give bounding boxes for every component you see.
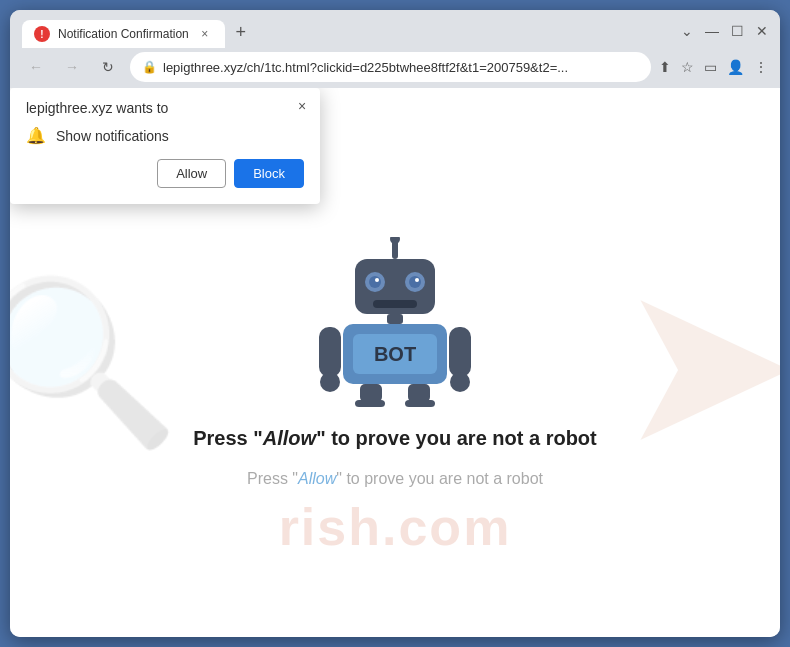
bell-icon: 🔔 — [26, 126, 46, 145]
page-center: BOT Press "Allow" to prove yo — [193, 237, 597, 488]
forward-button[interactable]: → — [58, 53, 86, 81]
share-icon[interactable]: ⬆ — [659, 59, 671, 75]
lock-icon: 🔒 — [142, 60, 157, 74]
svg-rect-21 — [405, 400, 435, 407]
maximize-button[interactable]: ☐ — [731, 23, 744, 39]
watermark-arrow-icon: ➤ — [616, 235, 780, 491]
svg-rect-14 — [319, 327, 341, 377]
chevron-icon: ⌄ — [681, 23, 693, 39]
active-tab[interactable]: ! Notification Confirmation × — [22, 20, 225, 48]
address-input[interactable]: 🔒 lepigthree.xyz/ch/1tc.html?clickid=d22… — [130, 52, 651, 82]
svg-rect-16 — [449, 327, 471, 377]
window-controls: ⌄ — ☐ ✕ — [681, 23, 768, 39]
tab-title: Notification Confirmation — [58, 27, 189, 41]
url-text: lepigthree.xyz/ch/1tc.html?clickid=d225b… — [163, 60, 639, 75]
sidebar-icon[interactable]: ▭ — [704, 59, 717, 75]
browser-window: ! Notification Confirmation × + ⌄ — ☐ ✕ … — [10, 10, 780, 637]
new-tab-button[interactable]: + — [227, 18, 255, 46]
minimize-button[interactable]: — — [705, 23, 719, 39]
robot-image: BOT — [315, 237, 475, 407]
back-button[interactable]: ← — [22, 53, 50, 81]
profile-icon[interactable]: 👤 — [727, 59, 744, 75]
svg-point-7 — [375, 278, 379, 282]
tab-close-button[interactable]: × — [197, 26, 213, 42]
tab-bar: ! Notification Confirmation × + — [22, 18, 255, 48]
bookmark-icon[interactable]: ☆ — [681, 59, 694, 75]
svg-rect-10 — [387, 314, 403, 324]
svg-point-15 — [320, 372, 340, 392]
svg-point-6 — [409, 276, 421, 288]
reload-button[interactable]: ↻ — [94, 53, 122, 81]
svg-rect-18 — [360, 384, 382, 402]
block-button[interactable]: Block — [234, 159, 304, 188]
sub-text-allow: Allow — [298, 470, 336, 487]
svg-rect-19 — [355, 400, 385, 407]
allow-button[interactable]: Allow — [157, 159, 226, 188]
title-bar: ! Notification Confirmation × + ⌄ — ☐ ✕ — [10, 10, 780, 48]
tab-favicon: ! — [34, 26, 50, 42]
watermark-magnifier-icon: 🔍 — [10, 269, 180, 457]
svg-rect-20 — [408, 384, 430, 402]
svg-point-17 — [450, 372, 470, 392]
svg-rect-9 — [373, 300, 417, 308]
close-button[interactable]: ✕ — [756, 23, 768, 39]
sub-text: Press "Allow" to prove you are not a rob… — [247, 470, 543, 488]
svg-point-1 — [390, 237, 400, 244]
popup-close-button[interactable]: × — [292, 96, 312, 116]
svg-point-5 — [369, 276, 381, 288]
popup-title: lepigthree.xyz wants to — [26, 100, 304, 116]
popup-buttons: Allow Block — [26, 159, 304, 188]
watermark-text: rish.com — [279, 497, 512, 557]
address-bar: ← → ↻ 🔒 lepigthree.xyz/ch/1tc.html?click… — [10, 48, 780, 88]
address-right-icons: ⬆ ☆ ▭ 👤 ⋮ — [659, 59, 768, 75]
notification-popup: × lepigthree.xyz wants to 🔔 Show notific… — [10, 88, 320, 204]
page-content: 🔍 ➤ rish.com × lepigthree.xyz wants to 🔔… — [10, 88, 780, 637]
show-notifications-label: Show notifications — [56, 128, 169, 144]
notification-row: 🔔 Show notifications — [26, 126, 304, 145]
svg-text:BOT: BOT — [374, 343, 416, 365]
svg-point-8 — [415, 278, 419, 282]
menu-icon[interactable]: ⋮ — [754, 59, 768, 75]
main-text-allow: Allow — [263, 427, 316, 449]
main-text: Press "Allow" to prove you are not a rob… — [193, 427, 597, 450]
